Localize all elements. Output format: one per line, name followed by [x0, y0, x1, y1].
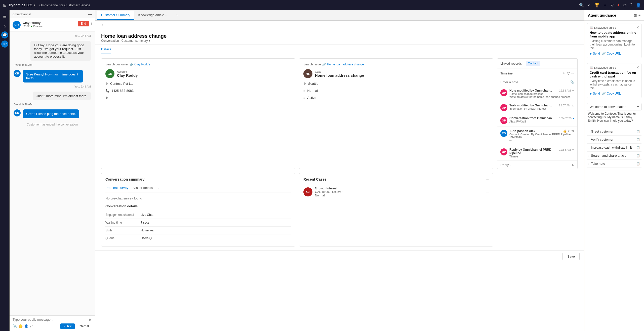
issue-link[interactable]: 🔗 Home loan address change [322, 63, 364, 66]
increase-action-icon: 📋 [636, 146, 640, 149]
timeline-add-icon[interactable]: ＋ [562, 71, 566, 75]
timeline-items: OP Note modified by Omnichan... 12:58 AM… [497, 86, 577, 161]
guidance-item-search[interactable]: › Search and share article 📋 [587, 152, 641, 160]
sidebar-cr-avatar[interactable]: CR [1, 40, 8, 48]
timeline-filter-icon[interactable]: ▽ [567, 71, 570, 75]
guidance-item-increase[interactable]: › Increase cash withdraw limit 📋 [587, 144, 641, 152]
t-reply-4[interactable]: ↩ [568, 129, 570, 133]
ka-close-1[interactable]: ✕ [636, 25, 639, 29]
detail-val-0: Live Chat [141, 213, 153, 217]
timeline-item-1: OP Note modified by Omnichan... 12:58 AM… [497, 86, 577, 101]
verify-label: Verify customer [591, 138, 614, 141]
save-button[interactable]: Save [562, 253, 580, 260]
subtitle-chevron[interactable]: ▾ [149, 39, 150, 43]
t-delete-4[interactable]: 🗑 [571, 129, 574, 133]
account-name: Clay Roddy [117, 73, 138, 77]
guidance-item-greet[interactable]: › Greet customer 📋 [587, 128, 641, 136]
visitor-tab[interactable]: Visitor details [133, 184, 153, 192]
ka-send-2[interactable]: ▶ Send [590, 92, 600, 95]
account-label: Account [117, 70, 138, 73]
chat-tool-4[interactable]: ⇄ [30, 324, 33, 328]
t-action-1[interactable]: ✏ [572, 89, 574, 92]
chat-input[interactable] [13, 318, 89, 321]
ka-copy-1[interactable]: 🔗 Copy URL [602, 52, 621, 55]
ka-desc-2: Every time a credit card is used to with… [590, 79, 639, 90]
detail-tab-details[interactable]: Details [101, 45, 111, 54]
t-sub-3: Alex: PVAWS [509, 120, 574, 123]
guidance-item-verify[interactable]: › Verify customer 📋 [587, 136, 641, 144]
brand-chevron[interactable]: ▾ [34, 3, 35, 7]
pre-chat-tab[interactable]: Pre-chat survey [105, 184, 128, 192]
note-label: Take note [591, 162, 605, 166]
recent-cases-more[interactable]: ··· [486, 178, 489, 181]
agent-expand-icon[interactable]: ⊡ [634, 13, 637, 17]
case-name-0: Growth Interest [315, 186, 343, 190]
notification-icon[interactable]: ● [617, 3, 620, 7]
plus-icon[interactable]: ＋ [603, 3, 607, 8]
case-more-0[interactable]: ··· [486, 190, 489, 194]
agent-list-icon[interactable]: ≡ [638, 13, 640, 17]
chevron-greet: › [588, 130, 589, 133]
section-header-bar: ← [95, 21, 584, 29]
internal-button[interactable]: Internal [76, 323, 92, 329]
end-button[interactable]: End [78, 21, 89, 26]
contact-badge[interactable]: Contact [526, 61, 540, 66]
conv-time: 02:32 [23, 25, 30, 28]
sidebar-menu-icon[interactable]: ☰ [1, 12, 9, 21]
guidance-item-note[interactable]: › Take note 📋 [587, 160, 641, 168]
grid-icon[interactable]: ⊞ [3, 3, 6, 8]
info-icon[interactable]: ℹ [91, 22, 92, 26]
t-action-2[interactable]: ☑ [572, 104, 574, 107]
t-title-1: Note modified by Omnichan... [509, 89, 552, 92]
guidance-dropdown[interactable]: Welcome to conversation Goodbye Hold on [587, 103, 641, 110]
chat-tool-3[interactable]: 👤 [24, 324, 28, 328]
customer-link[interactable]: 🔗 Clay Roddy [130, 63, 150, 66]
status-value: Active [307, 96, 316, 100]
t-sub-5: Thanks. [509, 155, 574, 158]
increase-label: Increase cash withdraw limit [591, 146, 632, 149]
msg-left-2: CR Great! Please ping me once done. [14, 109, 91, 118]
reply-send-icon[interactable]: ▶ [572, 163, 574, 167]
t-time-5: 12:58 AM [559, 148, 571, 151]
ka-send-1[interactable]: ▶ Send [590, 52, 600, 55]
detail-key-3: Queue [105, 236, 141, 240]
detail-val-3: Users Q [141, 236, 152, 240]
tabs-bar: Customer Summary Knowledge article ... ＋ [95, 10, 584, 21]
t-action-icon-4[interactable]: ✏ [509, 139, 512, 143]
sidebar-home-icon[interactable]: ⌂ [2, 22, 8, 30]
ka-close-2[interactable]: ✕ [636, 65, 639, 69]
chat-tool-2[interactable]: 😊 [18, 324, 23, 328]
search-icon[interactable]: 🔍 [579, 3, 584, 8]
page-header: Home loan address change Conversation · … [95, 29, 584, 45]
timeline-item-2: OP Task modified by Omnichan... 12:57 AM… [497, 101, 577, 114]
minimize-icon[interactable]: — [88, 12, 92, 16]
tab-knowledge-article[interactable]: Knowledge article ... [134, 11, 172, 20]
add-tab-icon[interactable]: ＋ [172, 10, 182, 20]
checkmark-icon[interactable]: ✓ [588, 3, 591, 8]
back-icon[interactable]: ← [101, 23, 105, 27]
reply-input[interactable] [500, 163, 570, 167]
case-label: Case [315, 70, 364, 73]
chat-tool-1[interactable]: 📎 [13, 324, 17, 328]
timeline-label: Timeline [500, 71, 513, 75]
sidebar-chat-item[interactable]: 💬 [1, 31, 8, 38]
attach-icon[interactable]: 📎 [570, 80, 574, 84]
conversation-details: Conversation details Engagement channel … [105, 204, 291, 242]
timeline-header: Linked records Contact [497, 59, 577, 68]
ka-copy-2[interactable]: 🔗 Copy URL [602, 92, 621, 95]
timeline-sub-header: Timeline ＋ ▽ ··· [497, 68, 577, 78]
settings-icon[interactable]: ⚙ [623, 3, 627, 8]
conv-item[interactable]: CR Clay Roddy 02:32 ● Positive End ℹ [10, 18, 95, 32]
t-like-4[interactable]: 👍 [563, 129, 567, 133]
send-arrow-icon[interactable]: ▶ [89, 318, 92, 321]
tabs-more[interactable]: ··· [158, 186, 160, 190]
public-button[interactable]: Public [60, 323, 75, 329]
trophy-icon[interactable]: 🏆 [594, 3, 599, 8]
t-action-5[interactable]: ✏ [572, 148, 574, 151]
profile-icon[interactable]: 👤 [636, 3, 641, 8]
timeline-more-icon[interactable]: ··· [571, 71, 574, 75]
help-icon[interactable]: ? [630, 3, 632, 7]
note-input[interactable] [500, 80, 567, 84]
filter-icon[interactable]: ▽ [611, 3, 614, 8]
tab-customer-summary[interactable]: Customer Summary [97, 11, 134, 20]
